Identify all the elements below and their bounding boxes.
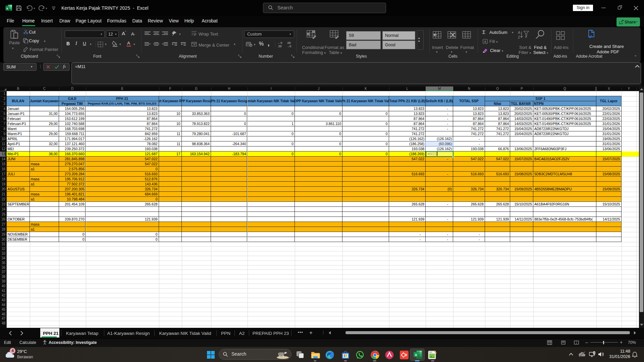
svg-text:Z: Z [518,35,520,39]
svg-text:ab: ab [172,31,176,35]
svg-text:A: A [518,31,521,35]
svg-text:x: x [6,7,8,10]
svg-text:x: x [415,353,417,357]
